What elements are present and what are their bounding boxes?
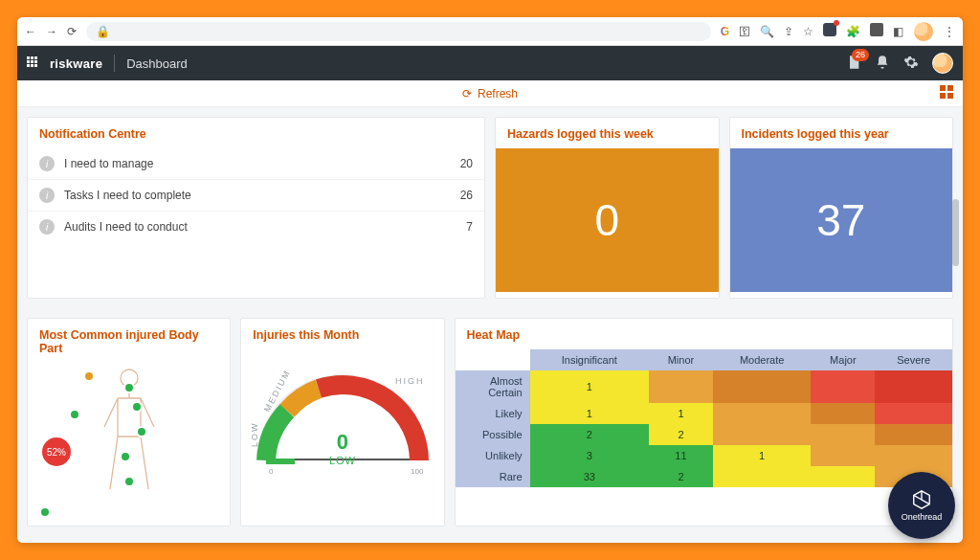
body-part-card: Most Common injured Body Part 52% bbox=[27, 318, 231, 526]
heatmap-cell[interactable] bbox=[875, 424, 952, 445]
app-top-bar: riskware Dashboard 26 bbox=[17, 46, 963, 80]
body-dot-r-arm[interactable] bbox=[131, 401, 143, 413]
bell-icon[interactable] bbox=[875, 55, 890, 73]
star-icon[interactable]: ☆ bbox=[803, 25, 813, 38]
svg-text:LOW: LOW bbox=[250, 421, 259, 447]
heatmap-cell[interactable] bbox=[875, 403, 952, 424]
heatmap-cell[interactable]: 2 bbox=[649, 424, 713, 445]
page-title: Dashboard bbox=[126, 56, 188, 71]
heatmap-cell[interactable] bbox=[713, 466, 812, 487]
heatmap-cell[interactable] bbox=[811, 466, 875, 487]
body-dot-r-hand[interactable] bbox=[136, 426, 147, 437]
svg-text:HIGH: HIGH bbox=[395, 376, 425, 386]
body-dot-r-hip[interactable] bbox=[120, 451, 131, 462]
heatmap-cell[interactable]: 33 bbox=[530, 466, 649, 487]
heatmap-row-header: Possible bbox=[456, 424, 530, 445]
incidents-kpi-title: Incidents logged this year bbox=[730, 118, 953, 148]
heatmap-row-header: Likely bbox=[456, 403, 530, 424]
notification-centre-card: Notification Centre i I need to manage 2… bbox=[27, 117, 485, 299]
info-icon: i bbox=[39, 188, 55, 203]
notification-row[interactable]: i Tasks I need to complete 26 bbox=[28, 179, 484, 211]
hazards-kpi-card: Hazards logged this week 0 bbox=[495, 117, 720, 299]
heatmap-col-header: Insignificant bbox=[530, 349, 649, 370]
notification-centre-title: Notification Centre bbox=[28, 118, 484, 148]
zoom-icon[interactable]: 🔍 bbox=[760, 25, 774, 38]
notification-label: Tasks I need to complete bbox=[64, 189, 191, 202]
google-icon[interactable]: G bbox=[721, 25, 729, 38]
svg-rect-2 bbox=[940, 93, 946, 99]
heatmap-col-header: Major bbox=[811, 349, 875, 370]
documents-badge: 26 bbox=[852, 49, 869, 61]
heatmap-cell[interactable] bbox=[811, 370, 875, 403]
svg-rect-1 bbox=[947, 85, 953, 91]
body-dot-r-knee[interactable] bbox=[123, 476, 135, 487]
heatmap-cell[interactable] bbox=[811, 403, 875, 424]
heatmap-cell[interactable] bbox=[875, 370, 952, 403]
extension-2-icon[interactable] bbox=[870, 23, 883, 39]
notification-count: 26 bbox=[460, 189, 473, 202]
notification-count: 20 bbox=[460, 157, 473, 170]
heatmap-cell[interactable] bbox=[811, 424, 875, 445]
notification-count: 7 bbox=[466, 220, 473, 234]
panel-icon[interactable]: ◧ bbox=[893, 25, 903, 38]
body-dot-r-shoulder[interactable] bbox=[123, 382, 135, 393]
brand-name: riskware bbox=[50, 56, 102, 71]
layout-icon[interactable] bbox=[940, 85, 953, 101]
user-avatar[interactable] bbox=[932, 53, 953, 74]
notification-row[interactable]: i I need to manage 20 bbox=[28, 148, 484, 179]
share-icon[interactable]: ⇪ bbox=[784, 25, 793, 38]
onethread-cube-icon bbox=[911, 489, 932, 510]
body-dot-head[interactable] bbox=[83, 370, 95, 382]
notification-label: Audits I need to conduct bbox=[64, 220, 188, 234]
hazards-kpi-title: Hazards logged this week bbox=[496, 118, 719, 148]
gear-icon[interactable] bbox=[903, 55, 919, 73]
back-icon[interactable]: ← bbox=[25, 25, 36, 38]
heatmap-cell[interactable]: 3 bbox=[530, 445, 649, 466]
reload-icon[interactable]: ⟳ bbox=[67, 25, 77, 38]
heatmap-row-header: Almost Certain bbox=[456, 370, 530, 403]
forward-icon[interactable]: → bbox=[46, 25, 57, 38]
kebab-icon[interactable]: ⋮ bbox=[944, 25, 955, 38]
puzzle-icon[interactable]: 🧩 bbox=[846, 25, 860, 38]
key-icon[interactable]: ⚿ bbox=[739, 25, 750, 38]
notification-label: I need to manage bbox=[64, 157, 153, 170]
onethread-label: Onethread bbox=[902, 512, 943, 522]
heatmap-cell[interactable]: 2 bbox=[649, 466, 713, 487]
heatmap-cell[interactable] bbox=[713, 424, 812, 445]
heatmap-col-header: Severe bbox=[875, 349, 952, 370]
body-part-highlight-pct: 52% bbox=[42, 437, 71, 466]
scrollbar-thumb[interactable] bbox=[952, 199, 959, 266]
heatmap-cell[interactable]: 1 bbox=[530, 403, 649, 424]
body-dot-chest[interactable] bbox=[69, 409, 80, 420]
apps-grid-icon[interactable] bbox=[27, 56, 40, 70]
heatmap-col-header: Minor bbox=[649, 349, 713, 370]
refresh-icon[interactable]: ⟳ bbox=[462, 87, 472, 101]
heatmap-cell[interactable] bbox=[811, 445, 875, 466]
svg-text:0: 0 bbox=[269, 467, 274, 476]
address-bar[interactable]: 🔒 bbox=[86, 22, 711, 41]
svg-rect-0 bbox=[940, 85, 946, 91]
heatmap-cell[interactable] bbox=[713, 403, 812, 424]
heatmap-cell[interactable]: 1 bbox=[649, 403, 713, 424]
info-icon: i bbox=[39, 219, 55, 235]
extension-1-icon[interactable] bbox=[823, 23, 836, 39]
heatmap-row-header: Rare bbox=[456, 466, 530, 487]
documents-icon[interactable]: 26 bbox=[846, 55, 861, 73]
refresh-label[interactable]: Refresh bbox=[478, 87, 518, 101]
heatmap-cell[interactable]: 1 bbox=[713, 445, 812, 466]
svg-text:100: 100 bbox=[411, 467, 424, 476]
heatmap-cell[interactable] bbox=[649, 370, 713, 403]
onethread-badge[interactable]: Onethread bbox=[888, 472, 955, 539]
heatmap-cell[interactable]: 11 bbox=[649, 445, 713, 466]
browser-avatar[interactable] bbox=[913, 21, 934, 42]
browser-chrome: ← → ⟳ 🔒 G ⚿ 🔍 ⇪ ☆ 🧩 ◧ ⋮ bbox=[17, 17, 963, 46]
svg-rect-5 bbox=[266, 459, 295, 464]
heatmap-cell[interactable]: 2 bbox=[530, 424, 649, 445]
heatmap-cell[interactable]: 1 bbox=[530, 370, 649, 403]
body-dot-l-foot[interactable] bbox=[39, 506, 51, 518]
heatmap-cell[interactable] bbox=[713, 370, 812, 403]
refresh-bar: ⟳ Refresh bbox=[17, 80, 963, 107]
heatmap-card: Heat Map InsignificantMinorModerateMajor… bbox=[455, 318, 953, 526]
heatmap-cell[interactable] bbox=[875, 445, 952, 466]
notification-row[interactable]: i Audits I need to conduct 7 bbox=[28, 211, 484, 242]
